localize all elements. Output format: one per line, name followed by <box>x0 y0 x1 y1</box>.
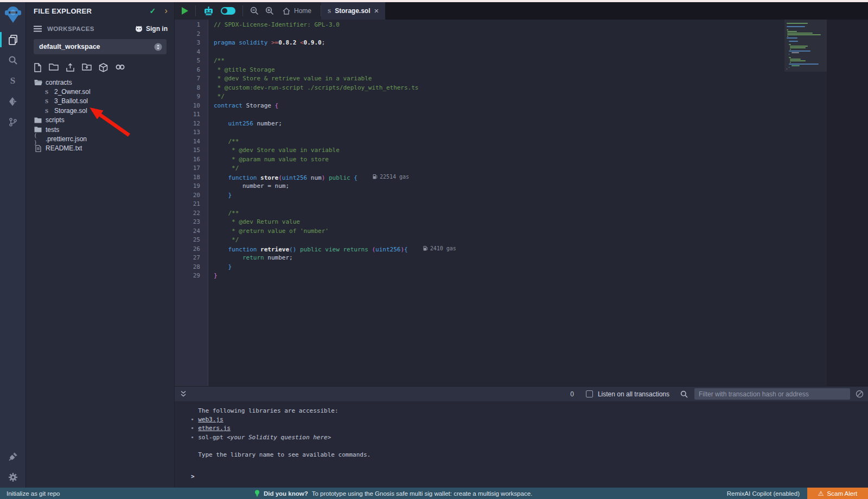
scam-alert-button[interactable]: ⚠ Scam Alert <box>807 488 868 499</box>
new-file-icon[interactable] <box>34 63 42 72</box>
file-tree-item-3-ballot-sol[interactable]: S3_Ballot.sol <box>34 97 174 106</box>
minimap[interactable] <box>784 20 827 386</box>
zoom-in-icon[interactable] <box>265 7 274 15</box>
deploy-run-icon[interactable] <box>0 91 26 112</box>
line-number: 1 <box>175 21 200 30</box>
settings-gear-icon[interactable] <box>0 467 26 488</box>
file-name: README.txt <box>46 144 82 152</box>
warning-icon: ⚠ <box>818 490 824 497</box>
code-line: * @dev Store value in variable <box>214 147 784 156</box>
git-icon[interactable] <box>0 112 26 132</box>
workspaces-label: WORKSPACES <box>47 26 135 32</box>
panel-header: FILE EXPLORER ✓ › <box>26 2 174 20</box>
ai-copilot-robot-icon[interactable] <box>203 7 214 16</box>
plugin-manager-icon[interactable] <box>0 446 26 467</box>
line-number-gutter: 1234567891011121314151617181920212223242… <box>175 20 208 386</box>
bullet: • <box>190 433 198 442</box>
terminal-library-link-line: •web3.js <box>191 415 868 424</box>
library-link[interactable]: web3.js <box>198 416 223 423</box>
close-tab-icon[interactable]: × <box>374 8 379 14</box>
toggle-knob <box>222 8 227 14</box>
code-line: */ <box>214 165 784 174</box>
code-area[interactable]: // SPDX-License-Identifier: GPL-3.0pragm… <box>208 20 784 386</box>
upload-file-icon[interactable] <box>66 63 75 72</box>
file-tree-item-readme-txt[interactable]: README.txt <box>34 144 174 153</box>
file-tree-item-2-owner-sol[interactable]: S2_Owner.sol <box>34 87 174 96</box>
clear-console-icon[interactable] <box>856 390 864 398</box>
sign-in-button[interactable]: Sign in <box>135 25 168 33</box>
run-script-button[interactable] <box>182 7 188 15</box>
remix-logo[interactable] <box>4 5 22 24</box>
home-tab-label: Home <box>294 7 311 15</box>
file-tree-item-contracts[interactable]: contracts <box>34 78 174 87</box>
code-line: } <box>214 192 784 201</box>
tab-storage-sol[interactable]: S Storage.sol × <box>321 2 385 20</box>
folder-icon <box>34 117 42 123</box>
listen-all-transactions-checkbox[interactable] <box>586 390 593 397</box>
line-number: 27 <box>175 254 200 263</box>
toolbar-left: Home <box>175 2 321 20</box>
init-git-repo-button[interactable]: Initialize as git repo <box>0 490 60 497</box>
search-icon[interactable] <box>0 50 26 71</box>
terminal-blank-line <box>191 442 868 451</box>
main-column: Home S Storage.sol × 1234567891011121314… <box>175 2 868 488</box>
line-number: 12 <box>175 120 200 129</box>
hamburger-menu-icon[interactable] <box>34 26 42 32</box>
file-tree-item-scripts[interactable]: scripts <box>34 116 174 125</box>
terminal-output[interactable]: The following libraries are accessible: … <box>175 401 868 488</box>
solidity-compiler-icon[interactable]: S <box>0 71 26 91</box>
file-tree-item-storage-sol[interactable]: SStorage.sol <box>34 106 174 115</box>
line-number: 3 <box>175 39 200 48</box>
code-line: */ <box>214 236 784 245</box>
tab-strip-empty <box>385 2 868 20</box>
code-line: * @dev Return value <box>214 218 784 228</box>
folder-icon <box>34 79 42 86</box>
minimap-slider[interactable] <box>784 20 827 72</box>
solidity-file-icon: S <box>328 8 331 14</box>
file-name: 3_Ballot.sol <box>54 97 88 105</box>
file-name: .prettierrc.json <box>46 135 87 143</box>
json-file-icon: ( ) <box>34 132 42 146</box>
workspace-sort-icon <box>154 43 162 51</box>
code-line <box>214 111 784 120</box>
zoom-out-icon[interactable] <box>250 7 259 15</box>
sign-in-label: Sign in <box>146 25 168 33</box>
workspace-select[interactable]: default_workspace <box>34 39 167 54</box>
upload-folder-icon[interactable] <box>82 63 92 72</box>
terminal-library-link-line: •ethers.js <box>191 424 868 433</box>
code-line: /** <box>214 57 784 66</box>
copilot-status[interactable]: RemixAI Copilot (enabled) <box>727 490 800 497</box>
code-line <box>214 200 784 210</box>
chevron-right-icon[interactable]: › <box>164 8 168 14</box>
file-tree-item-tests[interactable]: tests <box>34 125 174 134</box>
copilot-toggle[interactable] <box>221 7 235 15</box>
terminal-search-icon[interactable] <box>680 390 688 398</box>
github-icon <box>135 26 143 33</box>
icon-rail: S <box>0 2 26 488</box>
tab-home[interactable]: Home <box>280 7 314 15</box>
terminal-prompt[interactable]: > <box>191 472 868 481</box>
transaction-count-badge: 0 <box>570 390 574 398</box>
tip-text: To prototype using the Gnosis safe multi… <box>312 490 533 497</box>
code-line <box>214 48 784 58</box>
line-number: 6 <box>175 66 200 75</box>
workspace-selected-value: default_workspace <box>39 43 154 50</box>
transaction-filter-input[interactable] <box>694 388 850 400</box>
library-link[interactable]: ethers.js <box>198 425 231 432</box>
code-line <box>214 30 784 40</box>
line-number: 24 <box>175 228 200 237</box>
sol-file-icon: S <box>42 98 51 104</box>
line-number: 14 <box>175 138 200 147</box>
ipfs-box-icon[interactable] <box>99 63 108 72</box>
code-editor[interactable]: 1234567891011121314151617181920212223242… <box>175 20 868 386</box>
terminal-text-line: Type the library name to see available c… <box>191 451 868 459</box>
file-explorer-panel: FILE EXPLORER ✓ › WORKSPACES Sign in def <box>26 2 175 488</box>
new-folder-icon[interactable] <box>49 63 59 72</box>
code-line: // SPDX-License-Identifier: GPL-3.0 <box>214 21 784 30</box>
link-icon[interactable] <box>115 63 125 72</box>
expand-terminal-icon[interactable] <box>180 390 187 397</box>
line-number: 21 <box>175 200 200 210</box>
file-explorer-icon[interactable] <box>0 29 26 50</box>
file-name: Storage.sol <box>54 107 87 115</box>
file-tree-item--prettierrc-json[interactable]: ( ).prettierrc.json <box>34 134 174 143</box>
